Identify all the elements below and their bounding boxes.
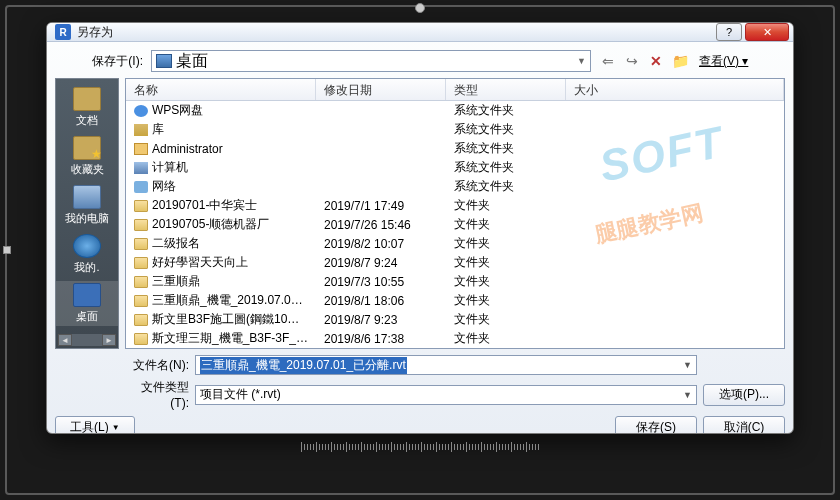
chevron-down-icon: ▼ [577, 56, 586, 66]
file-type: 系统文件夹 [446, 121, 566, 138]
save-in-select[interactable]: 桌面 ▼ [151, 50, 591, 72]
table-row[interactable]: 20190705-顺德机器厂2019/7/26 15:46文件夹 [126, 215, 784, 234]
file-name: 三重順鼎 [152, 273, 200, 290]
table-row[interactable]: 二级报名2019/8/2 10:07文件夹 [126, 234, 784, 253]
file-name: 斯文里B3F施工圖(鋼鐵10… [152, 311, 299, 328]
file-type: 文件夹 [446, 216, 566, 233]
col-name[interactable]: 名称 [126, 79, 316, 100]
sidebar-item-fav[interactable]: 收藏夹 [56, 134, 118, 179]
help-button[interactable]: ? [716, 23, 742, 41]
places-sidebar: 文档收藏夹我的电脑我的.桌面◄► [55, 78, 119, 349]
folder-icon [134, 200, 148, 212]
file-list: SOFT 腿腿教学网 名称 修改日期 类型 大小 WPS网盘系统文件夹库系统文件… [125, 78, 785, 349]
table-row[interactable]: 好好學習天天向上2019/8/7 9:24文件夹 [126, 253, 784, 272]
file-name: 好好學習天天向上 [152, 254, 248, 271]
back-icon[interactable]: ⇐ [599, 52, 617, 70]
table-row[interactable]: 计算机系统文件夹 [126, 158, 784, 177]
file-name: Administrator [152, 142, 223, 156]
titlebar: R 另存为 ? ✕ [47, 23, 793, 42]
file-type: 系统文件夹 [446, 159, 566, 176]
file-date: 2019/8/2 10:07 [316, 237, 446, 251]
col-date[interactable]: 修改日期 [316, 79, 446, 100]
file-date: 2019/7/1 17:49 [316, 199, 446, 213]
file-name: 20190701-中华宾士 [152, 197, 257, 214]
file-date: 2019/8/7 9:23 [316, 313, 446, 327]
user-icon [134, 143, 148, 155]
app-icon: R [55, 24, 71, 40]
cloud-icon [134, 105, 148, 117]
file-date: 2019/8/6 17:38 [316, 332, 446, 346]
file-type: 文件夹 [446, 311, 566, 328]
net-icon [134, 181, 148, 193]
sidebar-item-folder[interactable]: 文档 [56, 85, 118, 130]
col-type[interactable]: 类型 [446, 79, 566, 100]
globe-icon [73, 234, 101, 258]
scroll-right-icon[interactable]: ► [102, 334, 116, 346]
file-name: 库 [152, 121, 164, 138]
table-row[interactable]: 三重順鼎2019/7/3 10:55文件夹 [126, 272, 784, 291]
sidebar-item-label: 我的电脑 [65, 211, 109, 226]
sidebar-item-desk[interactable]: 桌面 [56, 281, 118, 326]
desk-icon [73, 283, 101, 307]
sidebar-item-label: 桌面 [76, 309, 98, 324]
table-row[interactable]: WPS网盘系统文件夹 [126, 101, 784, 120]
folder-icon [134, 238, 148, 250]
table-row[interactable]: 20190701-中华宾士2019/7/1 17:49文件夹 [126, 196, 784, 215]
folder-icon [134, 276, 148, 288]
sidebar-item-label: 收藏夹 [71, 162, 104, 177]
folder-icon [134, 257, 148, 269]
close-button[interactable]: ✕ [745, 23, 789, 41]
cancel-button[interactable]: 取消(C) [703, 416, 785, 434]
file-type: 系统文件夹 [446, 102, 566, 119]
table-row[interactable]: 三重順鼎_機電_2019.07.0…2019/8/1 18:06文件夹 [126, 291, 784, 310]
filename-input[interactable]: 三重順鼎_機電_2019.07.01_已分離.rvt ▼ [195, 355, 697, 375]
file-name: 三重順鼎_機電_2019.07.0… [152, 292, 303, 309]
save-in-value: 桌面 [176, 51, 208, 72]
file-type: 文件夹 [446, 254, 566, 271]
save-in-label: 保存于(I): [55, 53, 143, 70]
file-type: 文件夹 [446, 235, 566, 252]
options-button[interactable]: 选项(P)... [703, 384, 785, 406]
filetype-label: 文件类型(T): [125, 379, 189, 410]
table-row[interactable]: 库系统文件夹 [126, 120, 784, 139]
filename-label: 文件名(N): [125, 357, 189, 374]
sidebar-item-globe[interactable]: 我的. [56, 232, 118, 277]
location-bar: 保存于(I): 桌面 ▼ ⇐ ↪ ✕ 📁 查看(V) ▾ [55, 48, 785, 78]
file-date: 2019/7/26 15:46 [316, 218, 446, 232]
folder-icon [134, 219, 148, 231]
fav-icon [73, 136, 101, 160]
folder-icon [134, 295, 148, 307]
file-name: 计算机 [152, 159, 188, 176]
resize-handle-top[interactable] [415, 3, 425, 13]
delete-icon[interactable]: ✕ [647, 52, 665, 70]
new-folder-icon[interactable]: 📁 [671, 52, 689, 70]
file-type: 文件夹 [446, 197, 566, 214]
file-type: 系统文件夹 [446, 178, 566, 195]
file-date: 2019/8/7 9:24 [316, 256, 446, 270]
sidebar-item-comp[interactable]: 我的电脑 [56, 183, 118, 228]
dialog-body: 保存于(I): 桌面 ▼ ⇐ ↪ ✕ 📁 查看(V) ▾ 文档收藏夹我的电脑我的… [47, 42, 793, 434]
table-row[interactable]: 斯文里B3F施工圖(鋼鐵10…2019/8/7 9:23文件夹 [126, 310, 784, 329]
save-button[interactable]: 保存(S) [615, 416, 697, 434]
file-name: WPS网盘 [152, 102, 203, 119]
folder-icon [134, 333, 148, 345]
filetype-select[interactable]: 项目文件 (*.rvt) ▼ [195, 385, 697, 405]
file-name: 二级报名 [152, 235, 200, 252]
tools-button[interactable]: 工具(L)▼ [55, 416, 135, 434]
save-as-dialog: R 另存为 ? ✕ 保存于(I): 桌面 ▼ ⇐ ↪ ✕ 📁 [46, 22, 794, 434]
col-size[interactable]: 大小 [566, 79, 784, 100]
table-row[interactable]: Administrator系统文件夹 [126, 139, 784, 158]
resize-handle-left[interactable] [3, 246, 11, 254]
scroll-left-icon[interactable]: ◄ [58, 334, 72, 346]
table-row[interactable]: 斯文理三期_機電_B3F-3F_…2019/8/6 17:38文件夹 [126, 329, 784, 348]
filetype-value: 项目文件 (*.rvt) [200, 386, 281, 403]
up-icon[interactable]: ↪ [623, 52, 641, 70]
chevron-down-icon: ▼ [683, 390, 692, 400]
lib-icon [134, 124, 148, 136]
scroll-track[interactable] [72, 334, 102, 346]
file-name: 斯文理三期_機電_B3F-3F_… [152, 330, 308, 347]
filename-value: 三重順鼎_機電_2019.07.01_已分離.rvt [200, 357, 407, 374]
view-button[interactable]: 查看(V) ▾ [695, 51, 752, 72]
table-row[interactable]: 网络系统文件夹 [126, 177, 784, 196]
sidebar-item-label: 我的. [74, 260, 99, 275]
